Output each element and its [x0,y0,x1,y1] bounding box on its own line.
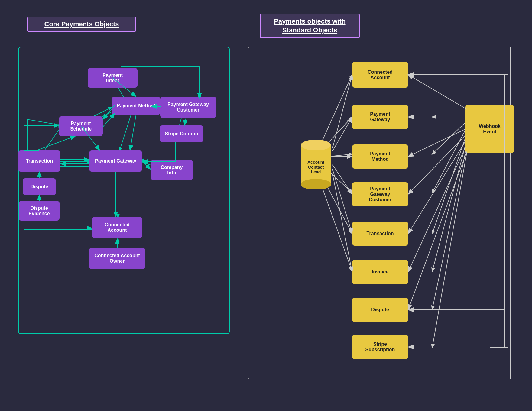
transaction-left-node: Transaction [18,150,60,172]
diagram-container: Core Payments Objects Payments objects w… [0,0,532,411]
connected-account-owner-node: Connected AccountOwner [89,248,145,269]
connected-account-left-node: ConnectedAccount [92,217,142,238]
right-dispute-label: Dispute [371,307,389,312]
right-transaction-node: Transaction [352,222,408,246]
right-payment-method-label: PaymentMethod [370,151,390,162]
dispute-left-node: Dispute [23,178,56,195]
dispute-evidence-node: DisputeEvidence [19,201,60,221]
stripe-coupon-label: Stripe Coupon [165,131,198,137]
connected-account-left-label: ConnectedAccount [105,222,130,233]
payment-method-label: Payment Method [117,103,155,108]
right-invoice-node: Invoice [352,260,408,284]
left-title-text: Core Payments Objects [44,20,119,28]
payment-method-node: Payment Method [112,97,160,115]
right-invoice-label: Invoice [372,269,388,275]
connected-account-owner-label: Connected AccountOwner [94,253,140,264]
right-connected-account-node: ConnectedAccount [352,62,408,88]
svg-text:Contact: Contact [308,165,324,170]
right-payment-gateway-node: PaymentGateway [352,105,408,129]
right-payment-gateway-customer-label: PaymentGatewayCustomer [369,186,391,202]
svg-text:Account: Account [307,160,324,165]
webhook-event-node: WebhookEvent [465,105,514,153]
right-title: Payments objects withStandard Objects [260,14,360,38]
right-stripe-subscription-node: StripeSubscription [352,335,408,359]
company-info-label: CompanyInfo [161,165,183,176]
dispute-evidence-label: DisputeEvidence [28,206,50,216]
payment-gateway-left-node: Payment Gateway [89,150,142,172]
right-transaction-label: Transaction [367,231,394,236]
payment-gateway-left-label: Payment Gateway [95,158,136,164]
transaction-left-label: Transaction [26,158,53,164]
svg-point-29 [301,140,331,150]
right-payment-gateway-customer-node: PaymentGatewayCustomer [352,182,408,206]
payment-gateway-customer-left-node: Payment GatewayCustomer [160,97,216,118]
right-title-text: Payments objects withStandard Objects [274,18,345,34]
right-payment-gateway-label: PaymentGateway [370,112,390,122]
payment-schedule-label: PaymentSchedule [70,121,92,132]
company-info-node: CompanyInfo [151,160,193,180]
webhook-event-label: WebhookEvent [479,124,501,134]
right-stripe-subscription-label: StripeSubscription [365,341,395,352]
dispute-left-label: Dispute [31,184,48,189]
left-title: Core Payments Objects [27,17,136,32]
right-connected-account-label: ConnectedAccount [368,70,393,80]
right-dispute-node: Dispute [352,298,408,322]
payment-gateway-customer-left-label: Payment GatewayCustomer [167,102,209,113]
payment-schedule-node: PaymentSchedule [59,116,103,136]
stripe-coupon-node: Stripe Coupon [160,125,203,142]
payment-intent-node: PaymentIntent [88,68,138,88]
svg-text:Lead: Lead [311,170,321,174]
white-outer-container [248,47,511,379]
right-payment-method-node: PaymentMethod [352,144,408,169]
payment-intent-label: PaymentIntent [102,73,123,83]
account-contact-lead-node: Account Contact Lead [299,136,332,189]
